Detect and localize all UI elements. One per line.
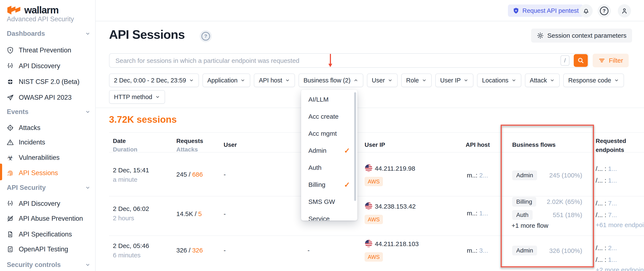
more-endpoints-link[interactable]: +2 more endpoints	[596, 266, 644, 271]
row-divider	[109, 196, 644, 196]
sidebar-item-api-specifications[interactable]: API Specifications	[6, 230, 90, 239]
sidebar-item-attacks[interactable]: Attacks	[6, 123, 90, 132]
topbar-divider	[95, 21, 644, 21]
aws-badge: AWS	[364, 177, 383, 186]
dropdown-item-ai-llm[interactable]: AI/LLM	[301, 91, 357, 108]
session-context-parameters-button[interactable]: Session context parameters	[531, 28, 632, 42]
col-header-requests[interactable]: Requests	[176, 138, 203, 144]
dropdown-item-acc-create[interactable]: Acc create	[301, 108, 357, 125]
dropdown-item-acc-mgmt[interactable]: Acc mgmt	[301, 125, 357, 142]
sidebar: wallarm Advanced API Security Dashboards…	[0, 0, 96, 271]
braces-check-icon	[6, 200, 14, 208]
chevron-up-icon	[353, 78, 358, 83]
endpoint-line: /... : 1...	[596, 177, 617, 184]
chevron-down-icon	[85, 262, 90, 268]
chevron-down-icon	[422, 78, 427, 83]
chevron-down-icon	[189, 78, 194, 83]
wallarm-logo-icon	[6, 6, 21, 14]
session-duration: 2 hours	[113, 214, 134, 222]
pentest-shield-icon	[512, 7, 520, 14]
chevron-down-icon	[550, 78, 555, 83]
chip-locations[interactable]: Locations	[477, 74, 521, 87]
user-ip: 44.211.219.98	[375, 165, 415, 172]
chip-business-flow[interactable]: Business flow (2)	[298, 74, 363, 87]
sidebar-item-incidents[interactable]: Incidents	[6, 138, 90, 147]
chip-api-host[interactable]: API host	[254, 74, 295, 87]
session-search-field: /	[109, 53, 589, 68]
chip-user-ip[interactable]: User IP	[435, 74, 474, 87]
requests-attacks: 245/686	[176, 171, 203, 178]
dropdown-item-auth[interactable]: Auth	[301, 159, 357, 176]
chip-application[interactable]: Application	[202, 74, 250, 87]
notifications-bell-button[interactable]	[580, 4, 593, 18]
session-duration: 6 minutes	[113, 252, 140, 259]
extra-cell: -	[308, 247, 310, 254]
chevron-down-icon	[464, 78, 468, 83]
dropdown-item-admin[interactable]: Admin✓	[301, 142, 357, 159]
chip-user[interactable]: User	[367, 74, 398, 87]
brand-name: wallarm	[24, 4, 58, 16]
chip-http-method[interactable]: HTTP method	[109, 90, 165, 104]
filter-chip-row-2: HTTP method	[109, 90, 165, 104]
session-date: 2 Dec, 15:41	[113, 166, 149, 174]
dropdown-scrollbar[interactable]	[354, 92, 356, 201]
col-header-business-flows[interactable]: Business flows	[512, 142, 556, 148]
attacks-count: 686	[192, 171, 203, 178]
attacks-count: 5	[198, 210, 202, 217]
user-ip: 44.211.218.103	[375, 240, 419, 248]
dropdown-item-sms-gw[interactable]: SMS GW	[301, 193, 357, 210]
user-profile-button[interactable]	[618, 4, 631, 18]
sidebar-item-nist-csf[interactable]: NIST CSF 2.0 (Beta)	[6, 77, 90, 86]
chip-attack[interactable]: Attack	[525, 74, 560, 87]
sidebar-section-dashboards[interactable]: Dashboards	[7, 30, 90, 38]
warning-triangle-icon	[6, 138, 14, 146]
dropdown-item-billing[interactable]: Billing✓	[301, 176, 357, 193]
sidebar-item-api-discovery[interactable]: API Discovery	[6, 62, 90, 70]
sidebar-section-api-security[interactable]: API Security	[7, 184, 90, 192]
sidebar-item-api-abuse-prevention[interactable]: API Abuse Prevention	[6, 214, 90, 223]
col-header-date[interactable]: Date	[113, 138, 126, 144]
more-flows-link[interactable]: +1 more flow	[512, 222, 548, 229]
business-flow-stat: 551 (18%)	[528, 211, 582, 218]
session-date: 2 Dec, 06:02	[113, 205, 149, 212]
paper-plane-icon	[6, 94, 14, 102]
person-icon	[621, 7, 628, 14]
page-title-help-button[interactable]: ?	[200, 30, 212, 42]
sidebar-section-security-controls[interactable]: Security controls	[7, 260, 90, 269]
col-header-requested-endpoints[interactable]: endpoints	[596, 146, 624, 154]
endpoint-line: /... : 1...	[596, 165, 617, 172]
sidebar-item-threat-prevention[interactable]: Threat Prevention	[6, 46, 90, 55]
filter-button[interactable]: Filter	[593, 54, 629, 67]
col-header-attacks[interactable]: Attacks	[176, 146, 198, 153]
request-api-pentest-button[interactable]: Request API pentest	[508, 4, 583, 17]
dropdown-item-partial[interactable]: Service	[301, 210, 357, 220]
table-top-border	[109, 132, 644, 133]
col-header-user[interactable]: User	[224, 142, 237, 148]
endpoint-line: /... : 1...	[596, 256, 617, 263]
col-header-user-ip[interactable]: User IP	[364, 142, 385, 148]
search-button[interactable]	[574, 54, 588, 67]
col-header-duration[interactable]: Duration	[113, 146, 137, 153]
doc-check-icon	[6, 246, 14, 253]
sidebar-section-events[interactable]: Events	[7, 108, 90, 116]
endpoint-line: /... : 2...	[596, 244, 617, 252]
sidebar-item-owasp[interactable]: OWASP API 2023	[6, 93, 90, 102]
help-button[interactable]: ?	[598, 4, 611, 18]
user-ip: 34.238.153.42	[375, 203, 416, 210]
aws-badge: AWS	[364, 252, 383, 262]
sidebar-item-api-sessions[interactable]: API Sessions	[6, 168, 90, 178]
more-endpoints-link[interactable]: +61 more endpoints	[596, 221, 644, 228]
chip-role[interactable]: Role	[401, 74, 432, 87]
document-icon	[6, 230, 14, 238]
sidebar-item-vulnerabilities[interactable]: ☣ Vulnerabilities	[6, 153, 90, 162]
sidebar-item-openapi-testing[interactable]: OpenAPI Testing	[6, 245, 90, 254]
col-header-requested-endpoints[interactable]: Requested	[596, 138, 626, 144]
sidebar-item-api-discovery-2[interactable]: API Discovery	[6, 199, 90, 208]
chip-response-code[interactable]: Response code	[563, 74, 624, 87]
col-header-api-host[interactable]: API host	[445, 142, 490, 148]
search-input[interactable]	[115, 54, 520, 67]
user-cell: -	[224, 171, 226, 178]
chevron-down-icon	[388, 78, 393, 83]
search-icon	[577, 57, 584, 64]
chip-date-range[interactable]: 2 Dec, 0:00 - 2 Dec, 23:59	[109, 74, 199, 87]
